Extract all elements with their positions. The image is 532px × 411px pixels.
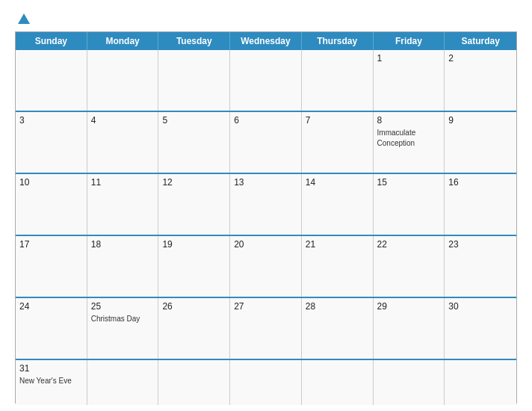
day-number: 31 (19, 363, 83, 374)
day-number: 24 (19, 301, 83, 312)
calendar-cell-2-2: 12 (158, 174, 230, 235)
calendar-cell-0-1 (87, 50, 159, 111)
logo (15, 13, 30, 24)
day-number: 23 (448, 239, 513, 250)
day-number: 12 (162, 177, 226, 188)
calendar-row-4: 2425Christmas Day2627282930 (16, 298, 516, 360)
day-number: 15 (377, 177, 441, 188)
header-monday: Monday (87, 32, 159, 50)
day-number: 7 (306, 115, 369, 126)
calendar-header: Sunday Monday Tuesday Wednesday Thursday… (16, 32, 516, 50)
day-number: 29 (377, 301, 441, 312)
calendar-cell-5-2 (158, 360, 230, 405)
day-number: 26 (162, 301, 226, 312)
header (15, 13, 517, 24)
calendar-cell-4-3: 27 (230, 298, 302, 359)
calendar-cell-3-4: 21 (302, 236, 374, 297)
calendar-cell-3-6: 23 (445, 236, 516, 297)
header-tuesday: Tuesday (158, 32, 230, 50)
calendar-cell-5-5 (374, 360, 445, 405)
calendar: Sunday Monday Tuesday Wednesday Thursday… (15, 31, 517, 404)
calendar-cell-2-6: 16 (445, 174, 516, 235)
calendar-cell-1-5: 8Immaculate Conception (374, 112, 445, 173)
calendar-cell-1-2: 5 (158, 112, 230, 173)
day-number: 4 (91, 115, 155, 126)
calendar-cell-3-2: 19 (158, 236, 230, 297)
day-number: 19 (162, 239, 226, 250)
event-label: Christmas Day (91, 315, 140, 323)
calendar-cell-1-0: 3 (16, 112, 87, 173)
day-number: 18 (91, 239, 155, 250)
day-number: 21 (306, 239, 369, 250)
calendar-cell-0-6: 2 (445, 50, 516, 111)
event-label: New Year's Eve (19, 377, 72, 385)
calendar-cell-5-1 (87, 360, 159, 405)
day-number: 11 (91, 177, 155, 188)
calendar-row-2: 10111213141516 (16, 174, 516, 236)
day-number: 22 (377, 239, 441, 250)
day-number: 9 (448, 115, 513, 126)
calendar-cell-2-0: 10 (16, 174, 87, 235)
calendar-cell-5-3 (230, 360, 302, 405)
logo-triangle-icon (18, 13, 30, 24)
header-friday: Friday (374, 32, 445, 50)
calendar-cell-2-5: 15 (374, 174, 445, 235)
calendar-cell-1-1: 4 (87, 112, 159, 173)
calendar-cell-0-2 (158, 50, 230, 111)
calendar-cell-1-6: 9 (445, 112, 516, 173)
header-saturday: Saturday (445, 32, 516, 50)
calendar-cell-3-3: 20 (230, 236, 302, 297)
day-number: 3 (19, 115, 83, 126)
day-number: 2 (448, 53, 513, 64)
day-number: 1 (377, 53, 441, 64)
calendar-cell-1-4: 7 (302, 112, 374, 173)
header-wednesday: Wednesday (230, 32, 302, 50)
calendar-cell-0-3 (230, 50, 302, 111)
day-number: 30 (448, 301, 513, 312)
calendar-cell-0-0 (16, 50, 87, 111)
calendar-cell-3-5: 22 (374, 236, 445, 297)
day-number: 17 (19, 239, 83, 250)
day-number: 8 (377, 115, 441, 126)
day-number: 13 (234, 177, 297, 188)
calendar-cell-2-1: 11 (87, 174, 159, 235)
day-number: 5 (162, 115, 226, 126)
calendar-cell-4-2: 26 (158, 298, 230, 359)
calendar-cell-2-4: 14 (302, 174, 374, 235)
calendar-cell-5-0: 31New Year's Eve (16, 360, 87, 405)
day-number: 25 (91, 301, 155, 312)
day-number: 6 (234, 115, 297, 126)
day-number: 20 (234, 239, 297, 250)
event-label: Immaculate Conception (377, 129, 416, 147)
calendar-cell-5-6 (445, 360, 516, 405)
calendar-row-0: 12 (16, 50, 516, 112)
calendar-row-1: 345678Immaculate Conception9 (16, 112, 516, 174)
calendar-cell-4-1: 25Christmas Day (87, 298, 159, 359)
calendar-cell-4-0: 24 (16, 298, 87, 359)
calendar-cell-0-5: 1 (374, 50, 445, 111)
header-sunday: Sunday (16, 32, 87, 50)
header-thursday: Thursday (302, 32, 374, 50)
calendar-cell-1-3: 6 (230, 112, 302, 173)
day-number: 16 (448, 177, 513, 188)
calendar-cell-3-1: 18 (87, 236, 159, 297)
calendar-cell-4-5: 29 (374, 298, 445, 359)
page: Sunday Monday Tuesday Wednesday Thursday… (0, 0, 532, 411)
calendar-cell-2-3: 13 (230, 174, 302, 235)
day-number: 27 (234, 301, 297, 312)
calendar-cell-4-6: 30 (445, 298, 516, 359)
day-number: 14 (306, 177, 369, 188)
calendar-body: 12345678Immaculate Conception91011121314… (16, 50, 516, 403)
calendar-row-5: 31New Year's Eve (16, 360, 516, 403)
calendar-row-3: 17181920212223 (16, 236, 516, 298)
calendar-cell-4-4: 28 (302, 298, 374, 359)
calendar-cell-3-0: 17 (16, 236, 87, 297)
day-number: 28 (306, 301, 369, 312)
calendar-cell-5-4 (302, 360, 374, 405)
day-number: 10 (19, 177, 83, 188)
calendar-cell-0-4 (302, 50, 374, 111)
